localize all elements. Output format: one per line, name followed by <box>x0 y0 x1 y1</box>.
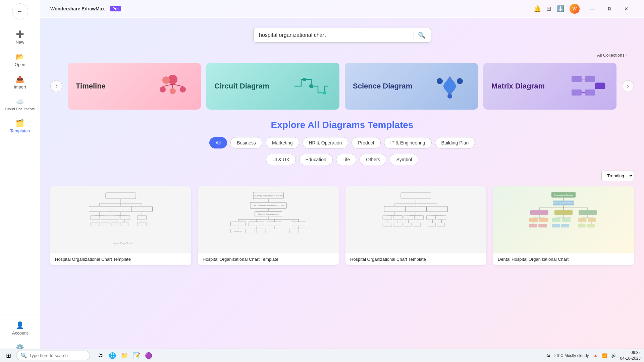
tag-symbol[interactable]: Symbol <box>390 154 418 165</box>
import-icon: 📤 <box>16 75 24 83</box>
template-card-3[interactable]: Hospital Organizational Chart Template <box>345 186 486 265</box>
svg-rect-39 <box>121 216 130 220</box>
svg-rect-143 <box>529 224 537 228</box>
all-collections-link[interactable]: All Collections › <box>597 53 627 58</box>
back-button[interactable]: ← <box>12 3 28 19</box>
carousel-card-matrix-label: Matrix Diagram <box>491 82 545 90</box>
sidebar-item-templates[interactable]: 🗂️ Templates <box>0 115 40 137</box>
taskbar-search-box: 🔍 <box>16 351 90 360</box>
svg-rect-43 <box>91 222 100 226</box>
window-controls: — ⧉ ✕ <box>585 3 634 14</box>
pro-badge: Pro <box>110 6 121 11</box>
sidebar-item-cloud-label: Cloud Documents <box>5 107 35 111</box>
weather-text: 26°C Mostly cloudy <box>554 353 589 358</box>
svg-rect-141 <box>588 218 596 222</box>
circuit-icon <box>291 73 331 100</box>
svg-rect-17 <box>585 76 595 82</box>
taskbar-date-value: 04-10-2023 <box>620 356 641 361</box>
carousel-card-science[interactable]: Science Diagram <box>345 63 478 110</box>
svg-line-7 <box>173 84 183 86</box>
template-card-2[interactable]: Governing Body/Board of Trustees Executi… <box>198 186 339 265</box>
taskbar-app-explorer[interactable]: 📁 <box>119 351 129 361</box>
svg-rect-83 <box>300 229 309 233</box>
svg-rect-70 <box>291 222 306 226</box>
tag-ui[interactable]: UI & UX <box>266 154 296 165</box>
svg-rect-128 <box>554 210 573 215</box>
svg-text:Governing Body/Board of Truste: Governing Body/Board of Trustees <box>253 195 283 197</box>
collections-chevron: › <box>626 53 627 58</box>
svg-rect-18 <box>595 83 605 89</box>
taskbar-time-value: 06:32 <box>620 350 641 356</box>
close-button[interactable]: ✕ <box>619 3 634 14</box>
svg-rect-79 <box>270 229 279 233</box>
svg-rect-114 <box>428 223 436 227</box>
svg-rect-97 <box>404 216 413 220</box>
network-icon: 📶 <box>602 353 607 358</box>
tag-business[interactable]: Business <box>230 137 262 148</box>
svg-text:Hospital Administration: Hospital Administration <box>258 213 278 215</box>
svg-rect-69 <box>267 222 282 226</box>
carousel-card-circuit[interactable]: Circuit Diagram <box>206 63 339 110</box>
download-icon[interactable]: ⬇️ <box>557 5 564 12</box>
sidebar-item-cloud[interactable]: ☁️ Cloud Documents <box>0 94 40 115</box>
carousel-prev[interactable]: ‹ <box>50 80 62 92</box>
template-card-2-img: Governing Body/Board of Trustees Executi… <box>198 186 339 253</box>
carousel-next[interactable]: › <box>622 80 634 92</box>
svg-rect-19 <box>572 89 582 96</box>
org-chart-1-svg: Hospital Org Chart <box>57 190 184 250</box>
sidebar-item-new[interactable]: ➕ New <box>0 26 40 49</box>
taskbar-app-word[interactable]: 📝 <box>131 351 142 361</box>
search-button[interactable]: 🔍 <box>418 32 425 39</box>
sidebar-item-open[interactable]: 📂 Open <box>0 49 40 71</box>
svg-rect-137 <box>562 218 571 222</box>
carousel-card-timeline[interactable]: Timeline <box>68 63 201 110</box>
user-initial: W <box>573 6 577 11</box>
taskbar-apps: 🗂 🌐 📁 📝 🟣 <box>95 351 154 361</box>
tag-product[interactable]: Product <box>352 137 380 148</box>
svg-rect-127 <box>530 210 548 215</box>
sidebar-item-account[interactable]: 👤 Account <box>0 317 40 340</box>
explore-title: Explore All Diagrams Templates <box>50 120 634 130</box>
template-card-4-label: Dental Hospital Organizational Chart <box>493 253 634 265</box>
tag-it[interactable]: IT & Engineering <box>384 137 432 148</box>
svg-rect-38 <box>110 216 119 220</box>
carousel-section: All Collections › ‹ Timeline <box>40 49 644 113</box>
template-card-3-label: Hospital Organizational Chart Template <box>345 253 486 265</box>
topbar: Wondershare EdrawMax Pro 🔔 ⊞ ⬇️ W — ⧉ ✕ <box>40 0 644 18</box>
notification-icon[interactable]: 🔔 <box>534 5 541 12</box>
filter-tags-row2: UI & UX Education Life Others Symbol <box>50 154 634 165</box>
grid-icon[interactable]: ⊞ <box>546 5 551 12</box>
taskbar-search-input[interactable] <box>29 353 83 358</box>
svg-rect-90 <box>384 206 406 212</box>
start-button[interactable]: ⊞ <box>3 351 13 361</box>
svg-point-10 <box>323 91 326 95</box>
template-card-1[interactable]: Hospital Org Chart Hospital Organization… <box>50 186 191 265</box>
carousel-card-matrix[interactable]: Matrix Diagram <box>483 63 616 110</box>
sort-select[interactable]: Trending Newest Popular <box>601 171 634 181</box>
user-avatar[interactable]: W <box>570 4 580 14</box>
all-collections-text: All Collections <box>597 53 625 58</box>
taskbar-app-edraw[interactable]: 🟣 <box>144 351 154 361</box>
taskbar-app-browser1[interactable]: 🌐 <box>107 351 117 361</box>
tag-building[interactable]: Building Plan <box>435 137 475 148</box>
tag-hr[interactable]: HR & Operation <box>303 137 348 148</box>
search-input[interactable] <box>259 32 410 38</box>
tag-others[interactable]: Others <box>360 154 386 165</box>
svg-rect-67 <box>231 222 246 226</box>
svg-rect-110 <box>404 223 412 227</box>
sidebar: ← ➕ New 📂 Open 📤 Import ☁️ Cloud Documen… <box>0 0 40 362</box>
taskbar-app-taskview[interactable]: 🗂 <box>95 351 105 361</box>
taskbar: ⊞ 🔍 🗂 🌐 📁 📝 🟣 🌤 26°C Mostly cloudy 🔺 📶 🔊… <box>0 349 644 362</box>
tag-marketing[interactable]: Marketing <box>266 137 299 148</box>
sidebar-item-templates-label: Templates <box>10 128 30 133</box>
restore-button[interactable]: ⧉ <box>602 3 617 14</box>
svg-line-5 <box>163 84 173 86</box>
sidebar-item-import[interactable]: 📤 Import <box>0 71 40 94</box>
minimize-button[interactable]: — <box>585 3 600 14</box>
svg-rect-92 <box>427 206 448 212</box>
tag-education[interactable]: Education <box>299 154 333 165</box>
tag-all[interactable]: All <box>209 137 227 148</box>
tag-life[interactable]: Life <box>336 154 357 165</box>
template-card-4[interactable]: Organizational Structure University Dent… <box>493 186 634 265</box>
carousel-card-timeline-label: Timeline <box>76 82 106 90</box>
